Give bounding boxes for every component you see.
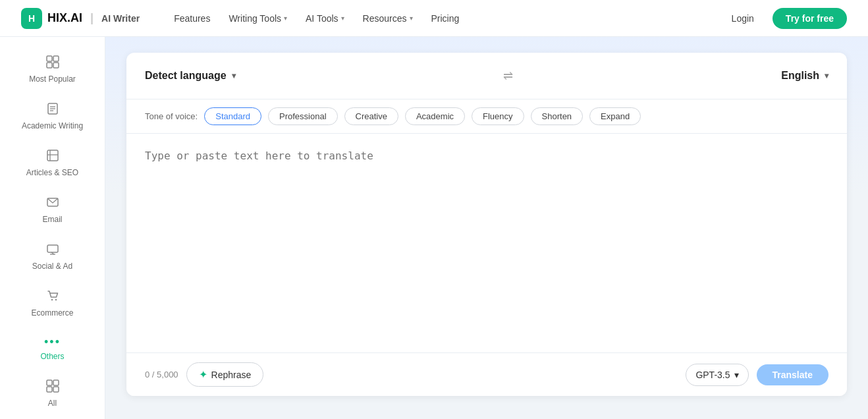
svg-point-15 [51,299,52,300]
page-body: Most Popular Academic Writing Articles &… [0,37,868,419]
translate-button[interactable]: Translate [757,364,828,385]
sidebar-item-all[interactable]: All [0,372,105,416]
svg-rect-20 [53,387,59,392]
sidebar-item-others[interactable]: ••• Others [0,328,105,369]
tool-footer: 0 / 5,000 ✦ Rephrase GPT-3.5 ▾ Translate [126,352,847,396]
logo[interactable]: H HIX.AI | AI Writer [21,8,140,29]
ai-tools-chevron-icon: ▾ [341,14,344,22]
email-icon [46,196,59,211]
sidebar-item-social-ad[interactable]: Social & Ad [0,235,105,279]
char-count: 0 / 5,000 [145,370,178,379]
sidebar-label-email: Email [42,215,62,224]
svg-rect-3 [53,63,59,68]
text-area-wrapper [126,134,847,352]
svg-rect-12 [47,245,58,252]
navbar-right: Login Try for free [721,8,847,29]
sidebar-label-all: All [48,399,57,408]
all-icon [46,379,59,395]
target-language-chevron-icon: ▾ [825,71,828,80]
nav-item-writing-tools[interactable]: Writing Tools ▾ [221,9,295,28]
svg-rect-1 [53,56,59,61]
gpt-model-label: GPT-3.5 [695,370,730,380]
logo-subtitle: AI Writer [101,13,140,24]
navbar: H HIX.AI | AI Writer Features Writing To… [0,0,868,37]
tone-row: Tone of voice: Standard Professional Cre… [126,99,847,134]
logo-icon: H [21,8,42,29]
sidebar-item-articles-seo[interactable]: Articles & SEO [0,141,105,185]
sidebar-item-ecommerce[interactable]: Ecommerce [0,281,105,325]
tone-academic-button[interactable]: Academic [405,107,465,125]
gpt-model-select[interactable]: GPT-3.5 ▾ [686,364,748,386]
gpt-select-chevron-icon: ▾ [734,370,739,380]
detect-language-chevron-icon: ▾ [232,71,236,80]
social-ad-icon [46,242,59,258]
tool-header: Detect language ▾ ⇌ English ▾ [126,53,847,99]
tone-shorten-button[interactable]: Shorten [531,107,583,125]
nav-item-pricing[interactable]: Pricing [423,9,468,28]
sidebar-label-social-ad: Social & Ad [32,262,72,271]
navbar-left: H HIX.AI | AI Writer Features Writing To… [21,8,467,29]
ecommerce-icon [46,289,59,304]
swap-languages-icon[interactable]: ⇌ [498,66,518,86]
sidebar-label-most-popular: Most Popular [29,74,76,84]
svg-rect-17 [47,380,52,385]
sidebar-label-articles-seo: Articles & SEO [26,168,78,177]
resources-chevron-icon: ▾ [410,14,413,22]
others-icon: ••• [44,336,61,348]
tone-creative-button[interactable]: Creative [344,107,398,125]
nav-items: Features Writing Tools ▾ AI Tools ▾ Reso… [166,9,467,28]
main-content: Detect language ▾ ⇌ English ▾ Tone of vo… [105,37,868,419]
tone-standard-button[interactable]: Standard [204,107,261,125]
target-language-button[interactable]: English ▾ [781,70,828,82]
tone-professional-button[interactable]: Professional [268,107,338,125]
sidebar: Most Popular Academic Writing Articles &… [0,37,105,419]
try-free-button[interactable]: Try for free [773,8,847,29]
svg-rect-2 [47,63,52,68]
most-popular-icon [46,55,59,70]
nav-item-features[interactable]: Features [166,9,218,28]
translation-tool-card: Detect language ▾ ⇌ English ▾ Tone of vo… [126,53,847,396]
articles-seo-icon [46,149,59,164]
sidebar-item-email[interactable]: Email [0,188,105,232]
nav-item-ai-tools[interactable]: AI Tools ▾ [298,9,352,28]
sidebar-label-academic-writing: Academic Writing [22,121,83,130]
academic-writing-icon [46,102,59,117]
svg-rect-18 [53,380,59,385]
rephrase-label: Rephrase [211,370,252,380]
svg-rect-8 [47,150,58,161]
svg-point-16 [55,299,56,300]
sidebar-label-others: Others [40,352,64,361]
source-text-input[interactable] [145,150,828,334]
rephrase-button[interactable]: ✦ Rephrase [186,362,264,387]
nav-item-resources[interactable]: Resources ▾ [355,9,421,28]
target-language-label: English [781,70,819,82]
detect-language-label: Detect language [145,70,227,82]
writing-tools-chevron-icon: ▾ [284,14,287,22]
sidebar-item-academic-writing[interactable]: Academic Writing [0,94,105,138]
sidebar-label-ecommerce: Ecommerce [31,308,73,318]
svg-rect-19 [47,387,52,392]
tone-fluency-button[interactable]: Fluency [472,107,524,125]
login-button[interactable]: Login [721,9,765,28]
tone-expand-button[interactable]: Expand [589,107,641,125]
sidebar-item-most-popular[interactable]: Most Popular [0,47,105,92]
svg-rect-0 [47,56,52,61]
tone-of-voice-label: Tone of voice: [145,111,198,121]
detect-language-button[interactable]: Detect language ▾ [145,70,236,82]
logo-text: HIX.AI [47,11,82,25]
rephrase-sparkle-icon: ✦ [199,368,207,381]
